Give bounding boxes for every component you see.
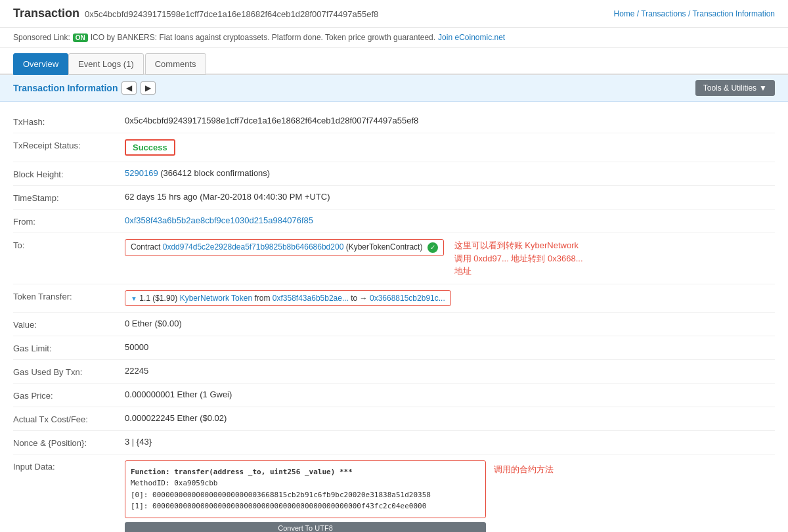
contract-prefix: Contract: [131, 242, 160, 252]
gas-limit-label: Gas Limit:: [13, 342, 125, 353]
token-label: Token Transfer:: [13, 290, 125, 301]
token-to-prefix: to →: [351, 294, 367, 303]
block-number-link[interactable]: 5290169: [125, 168, 158, 178]
header-left: Transaction 0x5c4bcbfd92439171598e1cff7d…: [13, 7, 378, 20]
from-row: From: 0xf358f43a6b5b2ae8cbf9ce1030d215a9…: [13, 210, 775, 233]
token-amount: 1.1 ($1.90): [139, 294, 177, 303]
input-param1-line: [1]: 00000000000000000000000000000000000…: [131, 500, 480, 512]
receipt-row: TxReceipt Status: Success: [13, 133, 775, 162]
gas-used-label: Gas Used By Txn:: [13, 366, 125, 377]
block-row: Block Height: 5290169 (366412 block conf…: [13, 162, 775, 186]
txhash-row: TxHash: 0x5c4bcbfd92439171598e1cff7dce1a…: [13, 110, 775, 133]
breadcrumb-transactions[interactable]: Transactions: [641, 9, 686, 18]
txhash-value: 0x5c4bcbfd92439171598e1cff7dce1a16e18682…: [125, 116, 775, 125]
sponsored-bar: Sponsored Link: ON ICO by BANKERS: Fiat …: [0, 28, 788, 48]
nonce-label: Nonce & {Position}:: [13, 437, 125, 448]
tab-overview[interactable]: Overview: [13, 53, 68, 75]
input-label: Input Data:: [13, 460, 125, 472]
on-badge: ON: [73, 33, 88, 42]
gas-price-value: 0.000000001 Ether (1 Gwei): [125, 389, 775, 399]
contract-name: (KyberTokenContract): [346, 242, 423, 252]
to-label: To:: [13, 239, 125, 250]
nonce-value: 3 | {43}: [125, 437, 775, 447]
value-label: Value:: [13, 319, 125, 330]
contract-box: Contract 0xdd974d5c2e2928dea5f71b9825b8b…: [125, 239, 444, 256]
token-transfer-row: Token Transfer: ▼ 1.1 ($1.90) KyberNetwo…: [13, 284, 775, 313]
nav-prev-button[interactable]: ◀: [121, 81, 137, 95]
token-to-link[interactable]: 0x3668815cb2b91c...: [370, 294, 445, 303]
input-data-row: Input Data: Function: transfer(address _…: [13, 454, 775, 533]
input-annotation: 调用的合约方法: [494, 463, 554, 476]
gas-price-label: Gas Price:: [13, 389, 125, 401]
breadcrumb-sep2: /: [688, 9, 690, 18]
tools-label: Tools & Utilities: [703, 83, 756, 93]
convert-utf8-button[interactable]: Convert To UTF8: [125, 522, 486, 532]
sponsored-text: ICO by BANKERS: Fiat loans against crypt…: [91, 33, 435, 42]
header-tx-hash: 0x5c4bcbfd92439171598e1cff7dce1a16e18682…: [85, 9, 378, 19]
token-value: ▼ 1.1 ($1.90) KyberNetwork Token from 0x…: [125, 290, 775, 306]
to-row: To: Contract 0xdd974d5c2e2928dea5f71b982…: [13, 233, 775, 284]
gas-used-value: 22245: [125, 366, 775, 376]
value-row: Value: 0 Ether ($0.00): [13, 313, 775, 336]
actual-cost-label: Actual Tx Cost/Fee:: [13, 413, 125, 424]
section-header: Transaction Information ◀ ▶ Tools & Util…: [0, 75, 788, 102]
from-address-link[interactable]: 0xf358f43a6b5b2ae8cbf9ce1030d215a984076f…: [125, 215, 313, 225]
gas-limit-row: Gas Limit: 50000: [13, 336, 775, 360]
page-title: Transaction: [13, 7, 79, 20]
value-value: 0 Ether ($0.00): [125, 319, 775, 328]
section-title-text: Transaction Information: [13, 83, 118, 93]
from-value: 0xf358f43a6b5b2ae8cbf9ce1030d215a984076f…: [125, 215, 775, 225]
token-from-prefix: from: [254, 294, 270, 303]
verified-icon: ✓: [427, 242, 438, 253]
gas-limit-value: 50000: [125, 342, 775, 352]
tabs-bar: Overview Event Logs (1) Comments: [0, 53, 788, 75]
breadcrumb-home[interactable]: Home: [613, 9, 634, 18]
tools-utilities-button[interactable]: Tools & Utilities ▼: [695, 80, 775, 96]
breadcrumb-current: Transaction Information: [692, 9, 775, 18]
breadcrumb-sep1: /: [637, 9, 639, 18]
input-data-box: Function: transfer(address _to, uint256 …: [125, 460, 486, 518]
receipt-label: TxReceipt Status:: [13, 139, 125, 150]
token-name-link[interactable]: KyberNetwork Token: [180, 294, 253, 303]
to-annotation: 这里可以看到转账 KyberNetwork 调用 0xdd97... 地址转到 …: [454, 239, 583, 278]
nav-next-button[interactable]: ▶: [141, 81, 156, 95]
block-value: 5290169 (366412 block confirmations): [125, 168, 775, 178]
input-param0-line: [0]: 0000000000000000000000003668815cb2b…: [131, 489, 480, 501]
tools-chevron-icon: ▼: [759, 83, 767, 93]
token-icon: ▼: [131, 295, 137, 302]
input-method-line: MethodID: 0xa9059cbb: [131, 477, 480, 489]
tab-comments[interactable]: Comments: [145, 53, 206, 75]
breadcrumb: Home / Transactions / Transaction Inform…: [613, 9, 775, 18]
contract-address-link[interactable]: 0xdd974d5c2e2928dea5f71b9825b8b646686bd2…: [163, 242, 344, 252]
nonce-row: Nonce & {Position}: 3 | {43}: [13, 431, 775, 454]
gas-price-row: Gas Price: 0.000000001 Ether (1 Gwei): [13, 384, 775, 407]
receipt-value: Success: [125, 139, 775, 156]
block-confirmations: (366412 block confirmations): [160, 168, 270, 178]
tab-event-logs[interactable]: Event Logs (1): [68, 53, 144, 75]
section-title: Transaction Information ◀ ▶: [13, 81, 156, 95]
actual-cost-row: Actual Tx Cost/Fee: 0.000022245 Ether ($…: [13, 407, 775, 431]
timestamp-value: 62 days 15 hrs ago (Mar-20-2018 04:40:30…: [125, 192, 775, 202]
main-content: TxHash: 0x5c4bcbfd92439171598e1cff7dce1a…: [0, 102, 788, 532]
actual-cost-value: 0.000022245 Ether ($0.02): [125, 413, 775, 423]
input-value: Function: transfer(address _to, uint256 …: [125, 460, 775, 533]
input-function-line: Function: transfer(address _to, uint256 …: [131, 466, 480, 478]
token-from-link[interactable]: 0xf358f43a6b5b2ae...: [273, 294, 349, 303]
sponsored-link[interactable]: Join eCoinomic.net: [438, 33, 505, 42]
to-value: Contract 0xdd974d5c2e2928dea5f71b9825b8b…: [125, 239, 775, 278]
txhash-label: TxHash:: [13, 116, 125, 127]
block-label: Block Height:: [13, 168, 125, 179]
sponsored-label: Sponsored Link:: [13, 33, 70, 42]
timestamp-row: TimeStamp: 62 days 15 hrs ago (Mar-20-20…: [13, 186, 775, 210]
from-label: From:: [13, 215, 125, 227]
top-header: Transaction 0x5c4bcbfd92439171598e1cff7d…: [0, 0, 788, 28]
gas-used-row: Gas Used By Txn: 22245: [13, 360, 775, 384]
success-badge: Success: [125, 139, 175, 156]
token-transfer-box: ▼ 1.1 ($1.90) KyberNetwork Token from 0x…: [125, 290, 451, 306]
timestamp-label: TimeStamp:: [13, 192, 125, 203]
